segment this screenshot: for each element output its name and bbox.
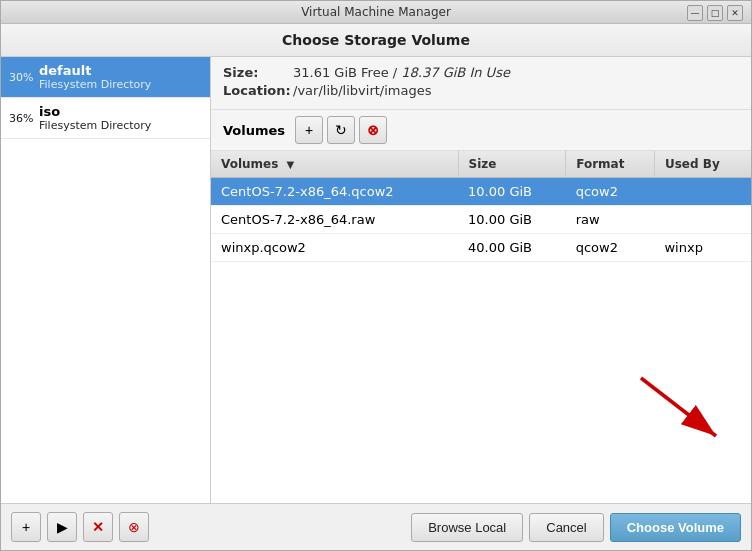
col-size: Size (458, 151, 566, 178)
cancel-button[interactable]: Cancel (529, 513, 603, 542)
size-row: Size: 31.61 GiB Free / 18.37 GiB In Use (223, 65, 739, 80)
cell-format: qcow2 (566, 234, 655, 262)
volumes-label: Volumes (223, 123, 285, 138)
browse-local-button[interactable]: Browse Local (411, 513, 523, 542)
main-content: 30% default Filesystem Directory 36% iso… (1, 57, 751, 503)
info-section: Size: 31.61 GiB Free / 18.37 GiB In Use … (211, 57, 751, 110)
pool-type-default: Filesystem Directory (39, 78, 151, 91)
location-row: Location: /var/lib/libvirt/images (223, 83, 739, 98)
cell-name: CentOS-7.2-x86_64.qcow2 (211, 178, 458, 206)
window-controls: — □ ✕ (687, 5, 743, 21)
table-row[interactable]: CentOS-7.2-x86_64.raw10.00 GiBraw (211, 206, 751, 234)
cell-size: 10.00 GiB (458, 178, 566, 206)
title-bar: Virtual Machine Manager — □ ✕ (1, 1, 751, 24)
pool-list: 30% default Filesystem Directory 36% iso… (1, 57, 211, 503)
col-format: Format (566, 151, 655, 178)
pool-type-iso: Filesystem Directory (39, 119, 151, 132)
cell-size: 10.00 GiB (458, 206, 566, 234)
table-row[interactable]: CentOS-7.2-x86_64.qcow210.00 GiBqcow2 (211, 178, 751, 206)
cell-used_by (654, 206, 751, 234)
table-row[interactable]: winxp.qcow240.00 GiBqcow2winxp (211, 234, 751, 262)
dialog-title: Choose Storage Volume (1, 24, 751, 57)
pool-percent-iso: 36% (9, 112, 39, 125)
cell-used_by: winxp (654, 234, 751, 262)
add-pool-button[interactable]: + (11, 512, 41, 542)
size-label: Size: (223, 65, 293, 80)
maximize-button[interactable]: □ (707, 5, 723, 21)
volumes-toolbar: Volumes + ↻ ⊗ (211, 110, 751, 151)
cell-size: 40.00 GiB (458, 234, 566, 262)
window: Virtual Machine Manager — □ ✕ Choose Sto… (0, 0, 752, 551)
pool-name-default: default (39, 63, 151, 78)
close-button[interactable]: ✕ (727, 5, 743, 21)
pool-item-iso[interactable]: 36% iso Filesystem Directory (1, 98, 210, 139)
location-label: Location: (223, 83, 293, 98)
cell-name: winxp.qcow2 (211, 234, 458, 262)
cell-name: CentOS-7.2-x86_64.raw (211, 206, 458, 234)
volumes-table-container: Volumes ▼ Size Format Used (211, 151, 751, 503)
delete-volume-button[interactable]: ⊗ (359, 116, 387, 144)
size-value: 31.61 GiB Free / 18.37 GiB In Use (293, 65, 510, 80)
table-area: Volumes ▼ Size Format Used (211, 151, 751, 503)
cell-format: qcow2 (566, 178, 655, 206)
start-pool-button[interactable]: ▶ (47, 512, 77, 542)
col-volumes: Volumes ▼ (211, 151, 458, 178)
add-volume-button[interactable]: + (295, 116, 323, 144)
cell-used_by (654, 178, 751, 206)
volumes-table: Volumes ▼ Size Format Used (211, 151, 751, 262)
stop-pool-button[interactable]: ⊗ (119, 512, 149, 542)
sort-arrow-icon: ▼ (287, 159, 295, 170)
window-title: Virtual Machine Manager (301, 5, 451, 19)
pool-percent-default: 30% (9, 71, 39, 84)
delete-pool-button[interactable]: ✕ (83, 512, 113, 542)
refresh-volumes-button[interactable]: ↻ (327, 116, 355, 144)
bottom-bar: + ▶ ✕ ⊗ Browse Local Cancel Choose Volum… (1, 503, 751, 550)
table-header-row: Volumes ▼ Size Format Used (211, 151, 751, 178)
pool-item-default[interactable]: 30% default Filesystem Directory (1, 57, 210, 98)
pool-name-iso: iso (39, 104, 151, 119)
col-used-by: Used By (654, 151, 751, 178)
minimize-button[interactable]: — (687, 5, 703, 21)
choose-volume-button[interactable]: Choose Volume (610, 513, 741, 542)
bottom-left-buttons: + ▶ ✕ ⊗ (11, 512, 149, 542)
location-value: /var/lib/libvirt/images (293, 83, 432, 98)
cell-format: raw (566, 206, 655, 234)
right-panel: Size: 31.61 GiB Free / 18.37 GiB In Use … (211, 57, 751, 503)
